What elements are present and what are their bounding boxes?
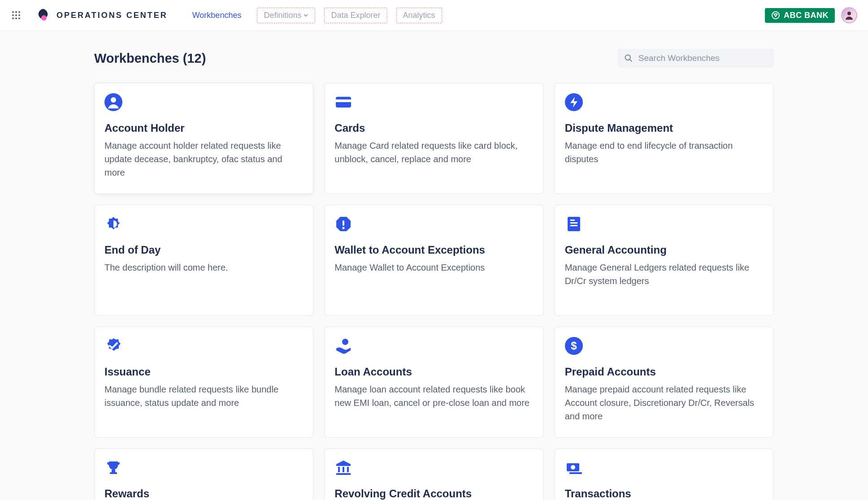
- svg-point-3: [12, 14, 14, 16]
- workbench-card[interactable]: Loan AccountsManage loan account related…: [324, 327, 543, 438]
- apps-grid-icon[interactable]: [11, 10, 22, 21]
- workbench-card[interactable]: Prepaid AccountsManage prepaid account r…: [555, 327, 774, 438]
- page-title-prefix: Workbenches: [94, 51, 179, 65]
- dollar-circle-icon: [565, 337, 583, 355]
- trophy-icon: [104, 459, 122, 477]
- search-box[interactable]: [618, 49, 774, 68]
- brand-name: OPERATIONS CENTER: [56, 11, 168, 20]
- credit-card-icon: [334, 93, 352, 111]
- page-title: Workbenches (12): [94, 51, 206, 66]
- workbench-card[interactable]: Rewards: [94, 448, 313, 500]
- workbench-card[interactable]: CardsManage Card related requests like c…: [324, 83, 543, 194]
- workbench-card-desc: Manage bundle related requests like bund…: [104, 383, 303, 409]
- bank-icon: [334, 459, 352, 477]
- svg-point-2: [18, 11, 20, 13]
- workbench-card-title: Loan Accounts: [334, 366, 533, 378]
- nav-tab-workbenches[interactable]: Workbenches: [186, 8, 248, 23]
- workbench-card[interactable]: Dispute ManagementManage end to end life…: [555, 83, 774, 194]
- svg-point-10: [772, 12, 779, 19]
- chevron-down-icon: [303, 13, 308, 18]
- workbench-card[interactable]: IssuanceManage bundle related requests l…: [94, 327, 313, 438]
- workbench-card-title: Revolving Credit Accounts: [334, 487, 533, 500]
- workbench-card-desc: Manage account holder related requests l…: [104, 139, 303, 179]
- svg-point-4: [15, 14, 17, 16]
- workbench-card-title: Dispute Management: [565, 122, 764, 134]
- svg-point-11: [847, 12, 851, 15]
- workbench-card-desc: Manage prepaid account related requests …: [565, 383, 764, 423]
- workbench-card-title: General Accounting: [565, 244, 764, 256]
- nav-tab-analytics[interactable]: Analytics: [396, 8, 442, 23]
- topbar-right: ABC BANK: [765, 7, 857, 23]
- svg-point-5: [18, 14, 20, 16]
- svg-point-9: [41, 15, 47, 21]
- nav-tab-definitions[interactable]: Definitions: [257, 8, 315, 23]
- workbench-card-desc: Manage General Ledgers related requests …: [565, 261, 764, 288]
- workbench-card-desc: Manage end to end lifecycle of transacti…: [565, 139, 764, 166]
- workbench-card-title: Cards: [334, 122, 533, 134]
- workbench-card-title: Wallet to Account Exceptions: [334, 244, 533, 256]
- svg-point-6: [12, 17, 14, 19]
- workbench-card-desc: The description will come here.: [104, 261, 303, 274]
- nav-tab-label: Definitions: [264, 11, 301, 20]
- workbench-card[interactable]: General AccountingManage General Ledgers…: [555, 205, 774, 316]
- workbench-card-title: End of Day: [104, 244, 303, 256]
- workbench-grid: Account HolderManage account holder rela…: [94, 83, 774, 500]
- page-header: Workbenches (12): [94, 49, 774, 68]
- user-avatar[interactable]: [841, 7, 857, 23]
- tenant-logo-icon: [771, 11, 780, 20]
- workbench-card[interactable]: End of DayThe description will come here…: [94, 205, 313, 316]
- search-input[interactable]: [638, 53, 768, 63]
- alert-octagon-icon: [334, 215, 352, 233]
- workbench-card-desc: Manage Card related requests like card b…: [334, 139, 533, 166]
- workbench-card-title: Rewards: [104, 487, 303, 500]
- workbench-card[interactable]: Revolving Credit Accounts: [324, 448, 543, 500]
- tenant-label: ABC BANK: [784, 11, 829, 20]
- workbench-card-title: Issuance: [104, 366, 303, 378]
- brand-logo-icon: [36, 8, 50, 22]
- avatar-icon: [844, 10, 855, 21]
- workbench-card-title: Prepaid Accounts: [565, 366, 764, 378]
- tenant-badge[interactable]: ABC BANK: [765, 8, 835, 23]
- svg-point-8: [18, 17, 20, 19]
- workbench-card-title: Account Holder: [104, 122, 303, 134]
- nav-tab-data-explorer[interactable]: Data Explorer: [324, 8, 387, 23]
- workbench-card[interactable]: Transactions: [555, 448, 774, 500]
- brightness-icon: [104, 215, 122, 233]
- search-icon: [624, 53, 633, 63]
- hand-coin-icon: [334, 337, 352, 355]
- page-content: Workbenches (12) Account HolderManage ac…: [0, 31, 868, 500]
- topbar: OPERATIONS CENTER Workbenches Definition…: [0, 0, 868, 31]
- bolt-circle-icon: [565, 93, 583, 111]
- verified-icon: [104, 337, 122, 355]
- workbench-card-desc: Manage loan account related requests lik…: [334, 383, 533, 409]
- page-title-count: 12: [187, 51, 201, 65]
- nav-tabs: Workbenches Definitions Data Explorer An…: [186, 8, 442, 23]
- svg-point-0: [12, 11, 14, 13]
- person-circle-icon: [104, 93, 122, 111]
- workbench-card[interactable]: Wallet to Account ExceptionsManage Walle…: [324, 205, 543, 316]
- svg-point-7: [15, 17, 17, 19]
- cash-icon: [565, 459, 583, 477]
- workbench-card-title: Transactions: [565, 487, 764, 500]
- workbench-card[interactable]: Account HolderManage account holder rela…: [94, 83, 313, 194]
- brand[interactable]: OPERATIONS CENTER: [36, 8, 168, 22]
- workbench-card-desc: Manage Wallet to Account Exceptions: [334, 261, 533, 274]
- ledger-icon: [565, 215, 583, 233]
- svg-point-1: [15, 11, 17, 13]
- svg-point-12: [625, 55, 630, 60]
